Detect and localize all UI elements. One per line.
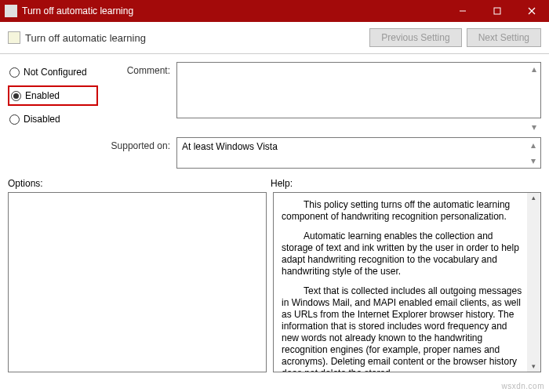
- close-button[interactable]: [514, 0, 549, 22]
- app-icon: [5, 5, 17, 17]
- help-paragraph: Automatic learning enables the collectio…: [282, 230, 523, 278]
- radio-disabled[interactable]: Disabled: [8, 112, 98, 126]
- options-pane: [8, 192, 267, 372]
- header: Turn off automatic learning Previous Set…: [0, 22, 549, 54]
- state-radio-group: Not Configured Enabled Disabled: [8, 62, 98, 134]
- policy-icon: [8, 31, 20, 44]
- titlebar: Turn off automatic learning: [0, 0, 549, 22]
- radio-not-configured[interactable]: Not Configured: [8, 65, 98, 79]
- supported-scrollbar[interactable]: ▴▾: [528, 140, 539, 166]
- radio-label: Enabled: [25, 90, 60, 101]
- config-section: Not Configured Enabled Disabled Comment:…: [0, 54, 549, 134]
- supported-section: Supported on: At least Windows Vista ▴▾: [0, 134, 549, 170]
- help-paragraph: This policy setting turns off the automa…: [282, 199, 523, 223]
- radio-icon: [9, 67, 20, 78]
- help-paragraph: Text that is collected includes all outg…: [282, 285, 523, 372]
- help-pane: This policy setting turns off the automa…: [273, 192, 541, 372]
- supported-value-box: At least Windows Vista ▴▾: [176, 137, 541, 169]
- radio-icon-selected: [11, 91, 21, 101]
- minimize-button[interactable]: [445, 0, 480, 22]
- policy-title: Turn off automatic learning: [25, 32, 365, 44]
- comment-scrollbar[interactable]: ▴▾: [529, 64, 540, 132]
- window-title: Turn off automatic learning: [22, 5, 445, 16]
- help-scrollbar[interactable]: ▴▾: [527, 193, 540, 372]
- panes: This policy setting turns off the automa…: [0, 192, 549, 380]
- radio-label: Not Configured: [24, 67, 87, 78]
- help-label: Help:: [271, 178, 293, 189]
- radio-icon: [9, 114, 20, 125]
- options-label: Options:: [8, 178, 271, 189]
- radio-enabled[interactable]: Enabled: [8, 85, 98, 106]
- radio-label: Disabled: [24, 114, 60, 125]
- supported-value: At least Windows Vista: [182, 141, 278, 152]
- svg-rect-1: [494, 8, 500, 14]
- comment-label: Comment:: [98, 62, 176, 134]
- maximize-button[interactable]: [480, 0, 514, 22]
- pane-labels: Options: Help:: [0, 170, 549, 192]
- previous-setting-button[interactable]: Previous Setting: [369, 28, 461, 47]
- next-setting-button[interactable]: Next Setting: [467, 28, 541, 47]
- window-controls: [445, 0, 549, 22]
- comment-textarea[interactable]: [176, 62, 541, 118]
- supported-label: Supported on:: [98, 137, 176, 151]
- watermark: wsxdn.com: [501, 382, 544, 390]
